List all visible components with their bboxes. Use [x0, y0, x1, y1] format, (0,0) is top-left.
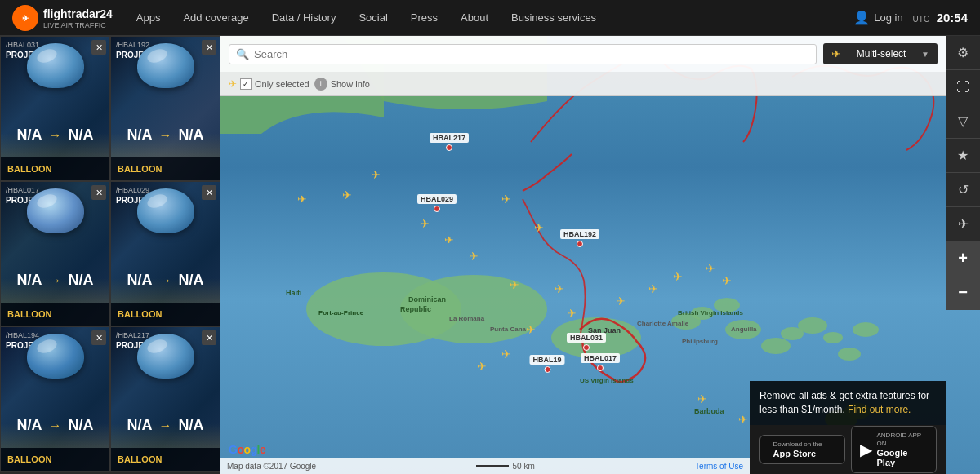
sidebar-panel: /HBAL031 PROJECT LOON ✕ N/A → N/A BALLOO…	[0, 36, 220, 474]
card-route-2: N/A → N/A	[1, 272, 109, 289]
flight-icon-9: ✈	[526, 323, 536, 336]
nav-data-history[interactable]: Data / History	[261, 0, 348, 36]
balloon-pin-hbal19[interactable]: HBAL19	[529, 355, 564, 373]
app-store-bar: Download on the App Store ▶ ANDROID APP …	[750, 425, 946, 474]
card-close-0[interactable]: ✕	[91, 40, 106, 55]
card-close-3[interactable]: ✕	[202, 185, 216, 200]
refresh-button[interactable]: ↺	[946, 173, 980, 207]
header-right: 👤 Log in UTC 20:54	[853, 10, 980, 25]
balloon-card-hbal217[interactable]: /HBAL217 PROJECT LOON ✕ N/A → N/A BALLOO…	[110, 326, 220, 472]
card-close-4[interactable]: ✕	[91, 330, 106, 345]
flight-icon-7: ✈	[555, 282, 564, 295]
balloon-pin-hbal217[interactable]: HBAL217	[430, 133, 469, 151]
map-controls: ⚙ ⛶ ▽ ★ ↺ ✈ + −	[946, 36, 980, 310]
svg-text:✈: ✈	[22, 14, 29, 23]
balloon-pin-hbal031[interactable]: HBAL031	[567, 333, 606, 351]
favorites-button[interactable]: ★	[946, 139, 980, 173]
flight-icon-13: ✈	[648, 282, 658, 295]
map-top-bar: 🔍 ✈ Multi-select ▼	[220, 36, 946, 72]
card-close-2[interactable]: ✕	[91, 185, 106, 200]
balloon-pin-hbal192[interactable]: HBAL192	[560, 229, 599, 247]
flights-button[interactable]: ✈	[946, 207, 980, 241]
only-selected-checkbox[interactable]: ✓	[240, 78, 252, 90]
map[interactable]: 🔍 ✈ Multi-select ▼ ✈ ✓ Only selected i S…	[220, 36, 980, 474]
header-time: UTC 20:54	[913, 11, 968, 25]
balloon-card-hbal194[interactable]: /HBAL194 PROJECT LOON ✕ N/A → N/A BALLOO…	[0, 326, 110, 472]
google-play-button[interactable]: ▶ ANDROID APP ON Google Play	[851, 426, 937, 474]
filter-button[interactable]: ▽	[946, 104, 980, 139]
card-route-1: N/A → N/A	[111, 126, 220, 144]
flight-icon-20: ✈	[342, 188, 352, 202]
nav-business[interactable]: Business services	[500, 0, 608, 36]
flight-icon-16: ✈	[722, 274, 732, 287]
flight-icon-11: ✈	[477, 360, 487, 373]
ad-link[interactable]: Find out more.	[848, 404, 911, 415]
fullscreen-button[interactable]: ⛶	[946, 70, 980, 104]
app-store-text: Download on the App Store	[773, 441, 822, 458]
header: ✈ flightradar24 LIVE AIR TRAFFIC Apps Ad…	[0, 0, 980, 36]
settings-button[interactable]: ⚙	[946, 36, 980, 70]
nav-coverage[interactable]: Add coverage	[172, 0, 260, 36]
balloon-pin-hbal029[interactable]: HBAL029	[417, 194, 457, 212]
balloon-card-hbal029[interactable]: /HBAL029 PROJECT LOON ✕ N/A → N/A BALLOO…	[110, 181, 220, 326]
flight-icon-8: ✈	[567, 307, 577, 320]
flight-icon-15: ✈	[706, 262, 715, 275]
flight-icon-21: ✈	[297, 193, 307, 206]
zoom-in-button[interactable]: +	[946, 241, 980, 276]
flight-icon-10: ✈	[501, 348, 511, 361]
pin-dot-hbal19	[544, 366, 550, 373]
app-store-button[interactable]: Download on the App Store	[760, 435, 845, 464]
balloon-card-hbal192[interactable]: /HBAL192 PROJECT LOON ✕ N/A → N/A BALLOO…	[110, 36, 220, 181]
flight-icon-12: ✈	[616, 295, 626, 308]
pin-label-hbal029: HBAL029	[417, 194, 457, 204]
filter-only-selected: ✈ ✓ Only selected	[229, 78, 310, 90]
zoom-out-button[interactable]: −	[946, 276, 980, 310]
only-selected-label: Only selected	[255, 79, 310, 89]
card-route-4: N/A → N/A	[1, 417, 109, 434]
main-nav: Apps Add coverage Data / History Social …	[125, 0, 853, 36]
flight-icon-19: ✈	[371, 168, 381, 181]
google-play-icon: ▶	[860, 440, 872, 459]
nav-apps[interactable]: Apps	[125, 0, 172, 36]
pin-label-hbal017: HBAL017	[581, 353, 620, 363]
card-route-5: N/A → N/A	[111, 417, 220, 434]
login-button[interactable]: 👤 Log in	[853, 10, 902, 25]
scale-line	[476, 465, 509, 467]
pin-label-hbal192: HBAL192	[560, 229, 599, 239]
nav-press[interactable]: Press	[399, 0, 449, 36]
nav-about[interactable]: About	[449, 0, 500, 36]
balloon-card-hbal017[interactable]: /HBAL017 PROJECT LOON ✕ N/A → N/A BALLOO…	[0, 181, 110, 326]
scale-bar: 50 km	[476, 462, 534, 471]
card-close-5[interactable]: ✕	[202, 330, 216, 345]
card-close-1[interactable]: ✕	[202, 40, 216, 55]
map-data-label: Map data ©2017 Google	[227, 462, 316, 471]
balloon-card-hbal031[interactable]: /HBAL031 PROJECT LOON ✕ N/A → N/A BALLOO…	[0, 36, 110, 181]
filter-show-info[interactable]: i Show info	[314, 78, 370, 91]
flight-icon-14: ✈	[673, 270, 683, 283]
search-input[interactable]	[254, 48, 809, 60]
flight-icon-3: ✈	[469, 250, 479, 263]
multiselect-dropdown[interactable]: ✈ Multi-select ▼	[823, 43, 938, 64]
card-type-3: BALLOON	[111, 303, 220, 326]
card-type-1: BALLOON	[111, 157, 220, 180]
pin-dot-hbal031	[583, 344, 590, 351]
pin-label-hbal19: HBAL19	[529, 355, 564, 365]
main-area: /HBAL031 PROJECT LOON ✕ N/A → N/A BALLOO…	[0, 36, 980, 474]
logo-text: flightradar24 LIVE AIR TRAFFIC	[43, 7, 113, 29]
card-route-3: N/A → N/A	[111, 272, 220, 289]
scale-label: 50 km	[512, 462, 534, 471]
card-type-5: BALLOON	[111, 448, 220, 471]
nav-social[interactable]: Social	[347, 0, 399, 36]
map-footer: Map data ©2017 Google 50 km Terms of Use	[220, 458, 750, 474]
card-type-4: BALLOON	[1, 448, 109, 471]
balloon-pin-hbal017[interactable]: HBAL017	[581, 353, 620, 371]
google-play-text: ANDROID APP ON Google Play	[877, 432, 928, 468]
show-info-label: Show info	[331, 79, 370, 89]
logo[interactable]: ✈ flightradar24 LIVE AIR TRAFFIC	[0, 5, 125, 31]
pin-dot-hbal029	[434, 206, 440, 212]
search-box[interactable]: 🔍	[229, 44, 817, 64]
terms-link[interactable]: Terms of Use	[695, 462, 743, 471]
card-route-0: N/A → N/A	[1, 126, 109, 144]
filter-bar: ✈ ✓ Only selected i Show info	[220, 72, 946, 96]
multiselect-icon: ✈	[831, 47, 841, 60]
